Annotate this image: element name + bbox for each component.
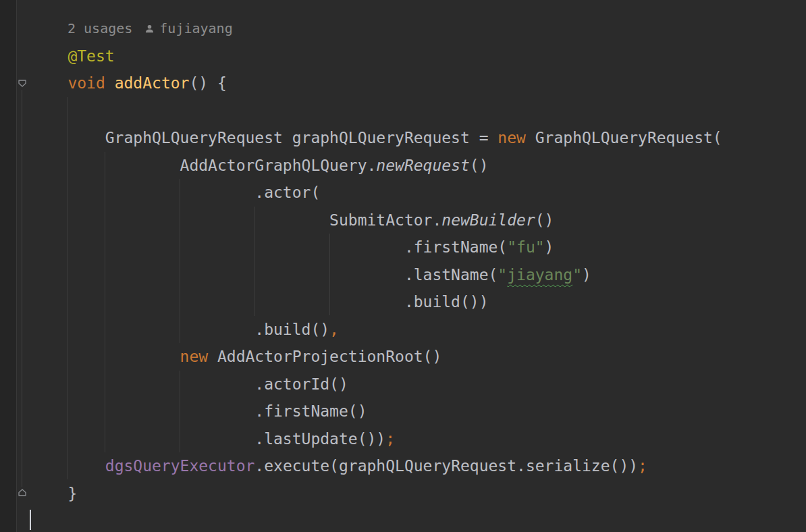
code-line[interactable]: .lastUpdate()); xyxy=(30,425,806,453)
usages-hint[interactable]: 2 usages xyxy=(68,15,132,43)
code-line[interactable]: .actorId() xyxy=(30,371,806,398)
fold-range-line xyxy=(22,90,22,487)
code-line[interactable]: new AddActorProjectionRoot() xyxy=(30,343,806,371)
code-token xyxy=(30,348,180,365)
code-token: .firstName() xyxy=(30,402,367,420)
code-line[interactable]: .lastName("jiayang") xyxy=(30,261,806,289)
code-token: ) xyxy=(582,266,591,284)
code-token xyxy=(30,457,105,475)
code-line[interactable]: void addActor() { xyxy=(30,70,806,97)
text-caret xyxy=(30,510,31,530)
fold-marker-top-icon[interactable] xyxy=(17,78,28,88)
code-token: jiayang xyxy=(507,266,572,284)
code-line[interactable]: dgsQueryExecutor.execute(graphQLQueryReq… xyxy=(30,452,806,480)
code-line[interactable] xyxy=(30,97,806,125)
code-token: " xyxy=(498,266,507,284)
code-token: newBuilder xyxy=(441,211,535,229)
code-token: } xyxy=(30,485,77,502)
code-token: () xyxy=(470,157,489,174)
code-token: .lastName( xyxy=(30,266,498,284)
code-token xyxy=(30,74,68,92)
code-line[interactable]: .actor( xyxy=(30,179,806,207)
code-line[interactable]: GraphQLQueryRequest graphQLQueryRequest … xyxy=(30,124,806,152)
author-name: fujiayang xyxy=(159,15,232,43)
code-token: GraphQLQueryRequest graphQLQueryRequest … xyxy=(30,129,498,147)
code-line[interactable]: } xyxy=(30,480,806,508)
code-area[interactable]: 2 usages fujiayang @Test void addActor()… xyxy=(30,15,806,532)
code-line[interactable]: .firstName("fu") xyxy=(30,234,806,261)
code-token: GraphQLQueryRequest( xyxy=(526,129,722,147)
code-token: .lastUpdate()) xyxy=(30,430,385,448)
code-line[interactable]: .build(), xyxy=(30,316,806,344)
code-token: @Test xyxy=(68,47,114,65)
code-token: .actor( xyxy=(30,184,320,201)
code-token: void xyxy=(68,74,105,92)
code-line[interactable]: @Test xyxy=(30,43,806,70)
code-token: .actorId() xyxy=(30,375,348,393)
inlay-hints-line: 2 usages fujiayang xyxy=(30,15,806,43)
code-token: AddActorGraphQLQuery. xyxy=(30,157,376,174)
code-line[interactable] xyxy=(30,507,806,532)
code-token: " xyxy=(572,266,582,284)
code-token: , xyxy=(329,321,339,338)
code-token: addActor xyxy=(115,74,190,92)
editor-gutter xyxy=(0,0,17,532)
code-editor[interactable]: 2 usages fujiayang @Test void addActor()… xyxy=(0,0,806,532)
code-token: .build()) xyxy=(30,293,489,311)
code-token xyxy=(30,47,68,65)
code-token: .execute(graphQLQueryRequest.serialize()… xyxy=(254,457,638,475)
code-token: SubmitActor. xyxy=(30,211,441,229)
code-token xyxy=(105,74,115,92)
code-line[interactable]: .build()) xyxy=(30,288,806,316)
author-icon xyxy=(144,24,155,34)
code-token: "fu" xyxy=(507,238,544,256)
code-lines: @Test void addActor() { GraphQLQueryRequ… xyxy=(30,43,806,532)
code-token: .firstName( xyxy=(30,238,507,256)
code-token: ) xyxy=(545,238,554,256)
code-token: () { xyxy=(189,74,226,92)
code-token: newRequest xyxy=(376,157,469,174)
code-token: () xyxy=(535,211,554,229)
code-token: new xyxy=(498,129,526,147)
code-line[interactable]: AddActorGraphQLQuery.newRequest() xyxy=(30,152,806,180)
code-token: .build() xyxy=(30,321,329,338)
code-line[interactable]: SubmitActor.newBuilder() xyxy=(30,207,806,234)
code-line[interactable]: .firstName() xyxy=(30,398,806,425)
fold-marker-bottom-icon[interactable] xyxy=(17,487,28,498)
code-token: ; xyxy=(385,430,395,448)
code-token: ; xyxy=(638,457,647,475)
code-token: AddActorProjectionRoot() xyxy=(208,348,441,365)
code-token: dgsQueryExecutor xyxy=(105,457,255,475)
author-hint[interactable]: fujiayang xyxy=(144,15,232,43)
code-token: new xyxy=(180,348,209,365)
